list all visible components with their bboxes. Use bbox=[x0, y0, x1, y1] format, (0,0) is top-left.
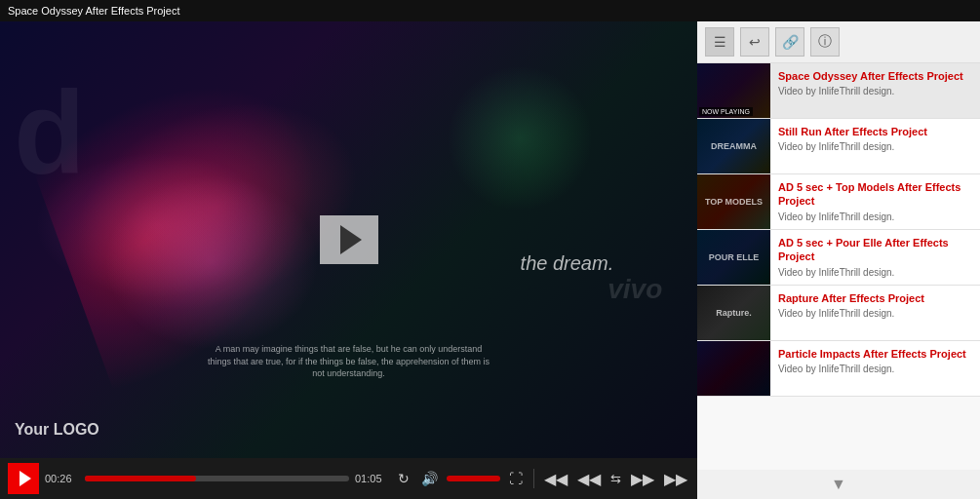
more-items[interactable]: ▼ bbox=[697, 470, 980, 499]
progress-fill bbox=[85, 476, 196, 481]
playlist-thumb-3: POUR ELLE bbox=[697, 230, 770, 285]
play-icon bbox=[20, 471, 31, 486]
top-bar: Space Odyssey After Effects Project bbox=[0, 0, 980, 21]
playlist-item-3[interactable]: POUR ELLEAD 5 sec + Pour Elle After Effe… bbox=[697, 230, 980, 286]
playlist-thumb-0: NOW PLAYING bbox=[697, 63, 770, 118]
smoke-effect-pink bbox=[104, 174, 319, 350]
playlist-item-title-1: Still Run After Effects Project bbox=[778, 125, 972, 138]
video-overlay-dream: the dream. bbox=[521, 252, 614, 275]
playlist-item-title-2: AD 5 sec + Top Models After Effects Proj… bbox=[778, 180, 972, 209]
bg-letter-d: d bbox=[14, 65, 85, 200]
playlist-item-title-3: AD 5 sec + Pour Elle After Effects Proje… bbox=[778, 236, 972, 264]
playlist-item-title-5: Particle Impacts After Effects Project bbox=[778, 347, 972, 361]
playlist-item-sub-2: Video by InlifeThrill design. bbox=[778, 211, 972, 223]
play-pause-button[interactable] bbox=[8, 463, 39, 494]
next-button[interactable]: ▶▶ bbox=[629, 468, 656, 490]
playlist-item-title-4: Rapture After Effects Project bbox=[778, 291, 972, 305]
playlist-item-1[interactable]: DREAMMAStill Run After Effects ProjectVi… bbox=[697, 119, 980, 174]
shuffle-button[interactable]: ⇆ bbox=[608, 470, 623, 488]
playlist-item-info-4: Rapture After Effects ProjectVideo by In… bbox=[770, 286, 980, 340]
thumb-text-2: TOP MODELS bbox=[697, 174, 770, 229]
sidebar-header: ☰ ↩ 🔗 ⓘ bbox=[697, 21, 980, 63]
playlist-item-0[interactable]: NOW PLAYINGSpace Odyssey After Effects P… bbox=[697, 63, 980, 119]
time-total: 01:05 bbox=[355, 473, 389, 484]
playlist-item-sub-0: Video by InlifeThrill design. bbox=[778, 85, 972, 97]
thumb-text-1: DREAMMA bbox=[697, 119, 770, 173]
fullscreen-icon[interactable]: ⛶ bbox=[506, 469, 526, 488]
share-button[interactable]: ↩ bbox=[740, 27, 769, 57]
list-view-button[interactable]: ☰ bbox=[705, 27, 734, 57]
video-logo: Your LOGO bbox=[15, 421, 99, 439]
skip-to-start-button[interactable]: ◀◀ bbox=[542, 468, 569, 490]
bg-vivo-text: vivo bbox=[608, 274, 662, 305]
thumb-text-4: Rapture. bbox=[697, 286, 770, 340]
playlist-item-title-0: Space Odyssey After Effects Project bbox=[778, 69, 972, 83]
playlist-item-sub-1: Video by InlifeThrill design. bbox=[778, 140, 972, 153]
playlist-item-info-2: AD 5 sec + Top Models After Effects Proj… bbox=[770, 174, 980, 229]
video-section: d vivo the dream. A man may imagine thin… bbox=[0, 21, 697, 499]
play-button-center[interactable] bbox=[320, 215, 378, 264]
video-subtitle: A man may imagine things that are false,… bbox=[203, 343, 495, 380]
playlist-item-5[interactable]: Particle Impacts After Effects ProjectVi… bbox=[697, 341, 980, 397]
divider bbox=[533, 469, 534, 488]
progress-bar[interactable] bbox=[85, 476, 349, 481]
page-title: Space Odyssey After Effects Project bbox=[8, 5, 180, 17]
playlist-item-2[interactable]: TOP MODELSAD 5 sec + Top Models After Ef… bbox=[697, 174, 980, 230]
skip-to-end-button[interactable]: ▶▶ bbox=[662, 468, 689, 490]
playlist-item-sub-3: Video by InlifeThrill design. bbox=[778, 266, 972, 279]
play-triangle-icon bbox=[340, 225, 362, 254]
playlist-item-info-5: Particle Impacts After Effects ProjectVi… bbox=[770, 341, 980, 396]
prev-button[interactable]: ◀◀ bbox=[575, 468, 603, 490]
sidebar: ☰ ↩ 🔗 ⓘ NOW PLAYINGSpace Odyssey After E… bbox=[697, 21, 980, 499]
now-playing-badge: NOW PLAYING bbox=[699, 107, 753, 116]
refresh-icon[interactable]: ↻ bbox=[395, 469, 412, 488]
playlist-item-4[interactable]: Rapture.Rapture After Effects ProjectVid… bbox=[697, 286, 980, 341]
video-player[interactable]: d vivo the dream. A man may imagine thin… bbox=[0, 21, 697, 458]
controls-bar: 00:26 01:05 ↻ 🔊 ⛶ ◀◀ ◀◀ ⇆ ▶▶ ▶▶ bbox=[0, 458, 697, 499]
main-area: d vivo the dream. A man may imagine thin… bbox=[0, 21, 980, 499]
playlist-thumb-5 bbox=[697, 341, 770, 396]
playlist-item-sub-4: Video by InlifeThrill design. bbox=[778, 307, 972, 320]
volume-icon[interactable]: 🔊 bbox=[418, 469, 441, 488]
time-current: 00:26 bbox=[45, 473, 79, 484]
playlist-thumb-1: DREAMMA bbox=[697, 119, 770, 173]
thumb-text-3: POUR ELLE bbox=[697, 230, 770, 285]
playlist-item-sub-5: Video by InlifeThrill design. bbox=[778, 363, 972, 375]
link-button[interactable]: 🔗 bbox=[775, 27, 804, 57]
playlist-item-info-1: Still Run After Effects ProjectVideo by … bbox=[770, 119, 980, 173]
smoke-effect-green bbox=[447, 65, 593, 211]
playlist: NOW PLAYINGSpace Odyssey After Effects P… bbox=[697, 63, 980, 470]
volume-slider[interactable] bbox=[447, 476, 500, 481]
playlist-item-info-0: Space Odyssey After Effects ProjectVideo… bbox=[770, 63, 980, 118]
playlist-thumb-2: TOP MODELS bbox=[697, 174, 770, 229]
info-button[interactable]: ⓘ bbox=[810, 27, 840, 57]
playlist-item-info-3: AD 5 sec + Pour Elle After Effects Proje… bbox=[770, 230, 980, 285]
playlist-thumb-4: Rapture. bbox=[697, 286, 770, 340]
